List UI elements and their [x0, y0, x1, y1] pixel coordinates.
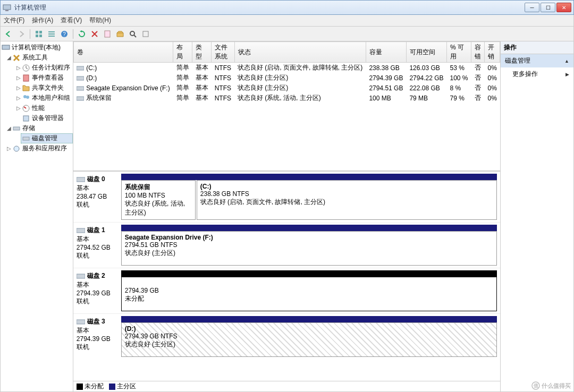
- volume-fault: 否: [471, 93, 485, 103]
- storage-icon: [12, 124, 21, 133]
- partition[interactable]: 2794.39 GB 未分配: [121, 277, 497, 311]
- svg-point-17: [23, 95, 27, 98]
- disk-icon: [77, 176, 85, 183]
- tree-panel[interactable]: 计算机管理(本地) ◢ 系统工具 ▷任务计划程序 ▷事件查看器 ▷共享文件夹 ▷…: [1, 41, 73, 391]
- volume-row[interactable]: (D:) 简单 基本 NTFS 状态良好 (主分区) 2794.39 GB 27…: [73, 73, 500, 83]
- volume-status: 状态良好 (主分区): [234, 73, 366, 83]
- refresh-button[interactable]: [76, 28, 88, 40]
- close-button[interactable]: ✕: [556, 3, 571, 12]
- partition[interactable]: (C:)238.38 GB NTFS 状态良好 (启动, 页面文件, 故障转储,…: [197, 180, 497, 220]
- open-button[interactable]: [114, 28, 126, 40]
- action-diskmgmt[interactable]: 磁盘管理▲: [501, 54, 573, 67]
- titlebar: 计算机管理 ─ ☐ ✕: [0, 0, 574, 15]
- svg-rect-2: [36, 31, 38, 33]
- disk-state: 联机: [77, 343, 119, 352]
- col-capacity[interactable]: 容量: [366, 42, 406, 63]
- svg-rect-24: [77, 66, 84, 70]
- collapse-icon[interactable]: ◢: [7, 125, 11, 131]
- nav-back-button[interactable]: [3, 28, 14, 40]
- expand-icon[interactable]: ▷: [16, 85, 21, 91]
- tree-root[interactable]: 计算机管理(本地): [1, 42, 73, 53]
- action-more[interactable]: 更多操作▶: [501, 67, 573, 81]
- volume-name: (D:): [86, 74, 97, 82]
- col-free[interactable]: 可用空间: [406, 42, 446, 63]
- delete-button[interactable]: [89, 28, 100, 40]
- col-volume[interactable]: 卷: [73, 42, 173, 63]
- disk-row[interactable]: 磁盘 2 基本 2794.39 GB 联机2794.39 GB 未分配: [73, 268, 501, 313]
- window-buttons: ─ ☐ ✕: [525, 3, 571, 12]
- svg-text:?: ?: [63, 31, 66, 37]
- expand-icon[interactable]: ▷: [7, 146, 11, 151]
- partition[interactable]: Seagate Expansion Drive (F:)2794.51 GB N…: [121, 231, 497, 266]
- partition-row: (D:)2794.39 GB NTFS 状态良好 (主分区): [121, 322, 497, 357]
- partition[interactable]: (D:)2794.39 GB NTFS 状态良好 (主分区): [121, 322, 497, 357]
- search-button[interactable]: [127, 28, 139, 40]
- more-button[interactable]: [140, 28, 151, 40]
- menu-help[interactable]: 帮助(H): [89, 16, 111, 25]
- nav-forward-button[interactable]: [15, 28, 27, 40]
- main-area: 计算机管理(本地) ◢ 系统工具 ▷任务计划程序 ▷事件查看器 ▷共享文件夹 ▷…: [0, 41, 574, 392]
- svg-rect-31: [77, 320, 85, 324]
- volume-free: 2794.22 GB: [406, 73, 446, 83]
- partition-status: 未分配: [125, 294, 494, 303]
- tree-shared-label: 共享文件夹: [32, 83, 64, 92]
- legend-primary-label: 主分区: [117, 382, 136, 390]
- actions-header: 操作: [501, 41, 573, 54]
- view-grid-button[interactable]: [33, 28, 45, 40]
- tree-users-label: 本地用户和组: [32, 93, 70, 103]
- disk-row[interactable]: 磁盘 1 基本 2794.52 GB 联机Seagate Expansion D…: [73, 222, 501, 268]
- col-pct[interactable]: % 可用: [447, 42, 471, 63]
- col-status[interactable]: 状态: [234, 42, 366, 63]
- volume-row[interactable]: Seagate Expansion Drive (F:) 简单 基本 NTFS …: [73, 83, 500, 93]
- tree-local-users[interactable]: ▷本地用户和组: [1, 93, 73, 103]
- volume-name: Seagate Expansion Drive (F:): [86, 84, 170, 92]
- action-more-label: 更多操作: [512, 70, 538, 79]
- volume-row[interactable]: 系统保留 简单 基本 NTFS 状态良好 (系统, 活动, 主分区) 100 M…: [73, 93, 500, 103]
- tree-perf-label: 性能: [32, 104, 45, 113]
- tree-services[interactable]: ▷服务和应用程序: [1, 143, 73, 154]
- svg-rect-27: [77, 97, 84, 100]
- disk-type: 基本: [77, 326, 119, 335]
- partition[interactable]: 系统保留100 MB NTFS 状态良好 (系统, 活动, 主分区): [121, 180, 196, 220]
- tree-disk-management[interactable]: 磁盘管理: [21, 133, 73, 143]
- volume-table[interactable]: 卷 布局 类型 文件系统 状态 容量 可用空间 % 可用 容错 开销 (C:) …: [73, 41, 501, 172]
- col-fs[interactable]: 文件系统: [212, 42, 234, 63]
- view-list-button[interactable]: [46, 28, 57, 40]
- tree-event-viewer[interactable]: ▷事件查看器: [1, 73, 73, 83]
- help-button[interactable]: ?: [58, 28, 70, 40]
- maximize-button[interactable]: ☐: [541, 3, 555, 12]
- expand-icon[interactable]: ▷: [16, 65, 21, 71]
- col-layout[interactable]: 布局: [173, 42, 192, 63]
- toolbar-sep: [30, 29, 30, 39]
- volume-free: 222.08 GB: [406, 83, 446, 93]
- col-overhead[interactable]: 开销: [485, 42, 500, 63]
- tree-task-scheduler[interactable]: ▷任务计划程序: [1, 63, 73, 73]
- menu-file[interactable]: 文件(F): [4, 16, 24, 25]
- minimize-button[interactable]: ─: [525, 3, 539, 12]
- volume-row[interactable]: (C:) 简单 基本 NTFS 状态良好 (启动, 页面文件, 故障转储, 主分…: [73, 63, 500, 73]
- disk-map[interactable]: 磁盘 0 基本 238.47 GB 联机系统保留100 MB NTFS 状态良好…: [73, 172, 501, 381]
- tree-device-manager[interactable]: 设备管理器: [1, 113, 73, 123]
- menu-view[interactable]: 查看(V): [61, 16, 82, 25]
- properties-button[interactable]: [102, 28, 113, 40]
- tree-shared-folders[interactable]: ▷共享文件夹: [1, 83, 73, 93]
- disk-info: 磁盘 3 基本 2794.39 GB 联机: [73, 314, 121, 359]
- svg-rect-16: [23, 75, 29, 81]
- toolbar-sep: [73, 29, 73, 39]
- collapse-icon[interactable]: ◢: [7, 55, 11, 61]
- tree-storage[interactable]: ◢存储: [1, 123, 73, 133]
- expand-icon[interactable]: ▷: [16, 105, 21, 111]
- disk-row[interactable]: 磁盘 3 基本 2794.39 GB 联机(D:)2794.39 GB NTFS…: [73, 313, 501, 359]
- tree-system-tools[interactable]: ◢ 系统工具: [1, 53, 73, 63]
- tree-tools-label: 系统工具: [22, 53, 48, 62]
- disk-state: 联机: [77, 251, 119, 260]
- disk-row[interactable]: 磁盘 0 基本 238.47 GB 联机系统保留100 MB NTFS 状态良好…: [73, 172, 501, 222]
- tree-performance[interactable]: ▷性能: [1, 103, 73, 113]
- volume-type: 基本: [192, 93, 212, 103]
- clock-icon: [22, 64, 30, 72]
- expand-icon[interactable]: ▷: [16, 95, 21, 101]
- col-type[interactable]: 类型: [192, 42, 212, 63]
- menu-action[interactable]: 操作(A): [32, 16, 53, 25]
- expand-icon[interactable]: ▷: [16, 75, 21, 81]
- col-fault[interactable]: 容错: [471, 42, 485, 63]
